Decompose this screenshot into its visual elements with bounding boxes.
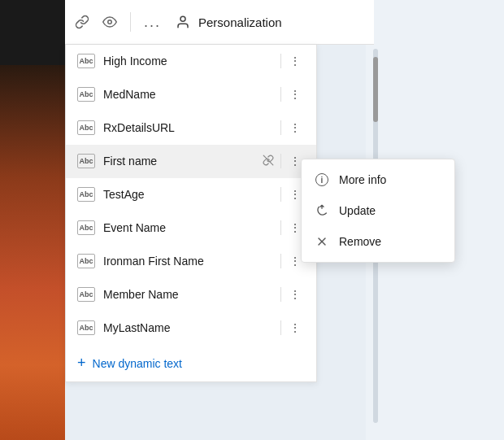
context-menu-label: More info (339, 173, 386, 186)
divider (280, 54, 281, 68)
abc-icon: Abc (77, 154, 95, 168)
update-icon (315, 203, 329, 218)
new-dynamic-text-button[interactable]: + New dynamic text (66, 345, 316, 381)
item-menu-button[interactable]: ⋮ (286, 120, 305, 136)
svg-point-0 (108, 20, 112, 24)
item-menu-button[interactable]: ⋮ (286, 53, 305, 69)
toolbar-divider (130, 12, 131, 32)
scrollbar-thumb[interactable] (373, 57, 378, 122)
list-item[interactable]: Abc High Income ⋮ (66, 45, 316, 78)
item-label: Ironman First Name (103, 255, 280, 268)
context-menu-item-update[interactable]: Update (302, 195, 454, 226)
abc-icon: Abc (77, 220, 95, 235)
personalization-dropdown: Abc High Income ⋮ Abc MedName ⋮ Abc RxDe… (65, 45, 317, 382)
item-label: RxDetailsURL (103, 121, 280, 134)
abc-icon: Abc (77, 87, 95, 102)
divider (280, 220, 281, 235)
toolbar: ... Personalization (65, 0, 374, 45)
toolbar-title: Personalization (174, 13, 282, 31)
divider (280, 87, 281, 102)
item-actions: ⋮ (280, 53, 305, 69)
plus-icon: + (77, 355, 86, 372)
divider (280, 120, 281, 135)
list-item[interactable]: Abc Ironman First Name ⋮ (66, 245, 316, 278)
abc-icon: Abc (77, 287, 95, 302)
context-menu-item-remove[interactable]: Remove (302, 226, 454, 257)
remove-icon (315, 234, 329, 249)
abc-icon: Abc (77, 120, 95, 135)
divider (280, 254, 281, 268)
item-label: Event Name (103, 221, 280, 234)
link-icon[interactable] (75, 15, 89, 29)
abc-icon: Abc (77, 187, 95, 202)
list-item[interactable]: Abc TestAge ⋮ (66, 178, 316, 211)
person-icon (174, 13, 192, 31)
list-item-active[interactable]: Abc First name ⋮ (66, 145, 316, 178)
context-menu-label: Remove (339, 235, 381, 248)
divider (280, 320, 281, 335)
list-item[interactable]: Abc RxDetailsURL ⋮ (66, 111, 316, 145)
list-item[interactable]: Abc MyLastName ⋮ (66, 311, 316, 345)
unlink-icon (263, 155, 274, 168)
info-icon: i (315, 172, 329, 187)
abc-icon: Abc (77, 320, 95, 335)
divider (280, 187, 281, 202)
item-menu-button[interactable]: ⋮ (286, 86, 305, 102)
context-menu: i More info Update Remove (301, 159, 455, 263)
list-item[interactable]: Abc Member Name ⋮ (66, 278, 316, 311)
item-menu-button[interactable]: ⋮ (286, 320, 305, 336)
divider (280, 154, 281, 168)
item-label: TestAge (103, 188, 280, 201)
item-actions: ⋮ (280, 286, 305, 303)
new-dynamic-text-label: New dynamic text (93, 357, 182, 370)
item-actions: ⋮ (280, 86, 305, 102)
list-item[interactable]: Abc Event Name ⋮ (66, 211, 316, 245)
list-item[interactable]: Abc MedName ⋮ (66, 78, 316, 111)
item-actions: ⋮ (280, 120, 305, 136)
item-label: MedName (103, 88, 280, 101)
item-actions: ⋮ (263, 153, 305, 169)
abc-icon: Abc (77, 54, 95, 68)
svg-point-1 (180, 16, 185, 21)
item-label: MyLastName (103, 321, 280, 334)
item-label: First name (103, 155, 263, 168)
eye-icon[interactable] (102, 15, 117, 29)
item-label: High Income (103, 54, 280, 68)
item-label: Member Name (103, 288, 280, 301)
divider (280, 287, 281, 302)
more-options-icon[interactable]: ... (144, 14, 161, 31)
item-menu-button[interactable]: ⋮ (286, 286, 305, 303)
toolbar-title-text: Personalization (198, 15, 282, 29)
bg-photo (0, 65, 65, 440)
item-actions: ⋮ (280, 320, 305, 336)
context-menu-item-more-info[interactable]: i More info (302, 164, 454, 195)
context-menu-label: Update (339, 204, 376, 217)
abc-icon: Abc (77, 254, 95, 268)
